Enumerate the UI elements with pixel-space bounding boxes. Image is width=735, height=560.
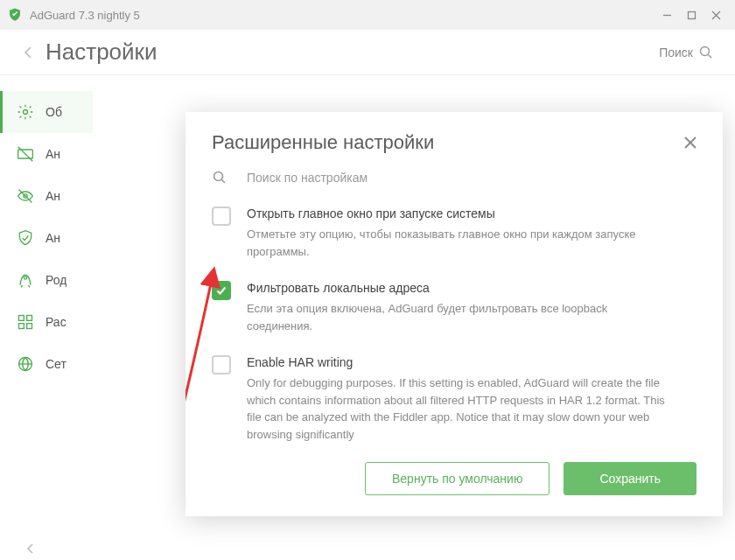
advanced-settings-modal: Расширенные настройки Открыть главное ок…	[186, 112, 723, 516]
page-header: Настройки Поиск	[0, 30, 735, 75]
app-icon	[7, 7, 23, 23]
setting-desc: Если эта опция включена, AdGuard будет ф…	[247, 300, 674, 334]
shield-check-icon	[16, 228, 35, 248]
sidebar-item-network[interactable]: Сет	[0, 343, 93, 385]
setting-filter-localhost: Фильтровать локальные адреса Если эта оп…	[212, 281, 674, 334]
save-button[interactable]: Сохранить	[564, 462, 696, 495]
search-icon[interactable]	[698, 45, 714, 60]
svg-rect-15	[27, 324, 32, 329]
svg-point-11	[24, 276, 26, 279]
modal-search-bar	[186, 163, 723, 200]
setting-title: Фильтровать локальные адреса	[247, 281, 674, 295]
sidebar-item-general[interactable]: Об	[0, 91, 93, 133]
checkbox-filter-localhost[interactable]	[212, 281, 231, 300]
svg-point-6	[24, 110, 28, 115]
sidebar-item-extensions[interactable]: Рас	[0, 301, 93, 343]
sidebar-item-label: Об	[46, 105, 62, 119]
setting-title: Открыть главное окно при запуске системы	[247, 206, 674, 220]
window-title: AdGuard 7.3 nightly 5	[30, 9, 654, 22]
sidebar-item-stealth[interactable]: Ан	[0, 175, 93, 217]
titlebar: AdGuard 7.3 nightly 5	[0, 0, 735, 30]
sidebar-item-security[interactable]: Ан	[0, 217, 93, 259]
eye-off-icon	[16, 186, 35, 206]
svg-rect-14	[19, 324, 24, 329]
search-label: Поиск	[659, 46, 693, 60]
svg-line-8	[18, 147, 33, 162]
svg-rect-1	[688, 11, 695, 18]
setting-open-on-startup: Открыть главное окно при запуске системы…	[212, 206, 674, 260]
svg-line-5	[709, 54, 712, 58]
content-area: Об Ан Ан Ан Род Рас Сет Расши	[0, 75, 735, 537]
chevron-left-icon[interactable]	[24, 542, 37, 555]
globe-icon	[16, 354, 35, 374]
modal-close-button[interactable]	[684, 136, 696, 149]
setting-title: Enable HAR writing	[247, 355, 674, 369]
minimize-button[interactable]	[654, 3, 679, 27]
svg-line-21	[222, 180, 226, 184]
maximize-button[interactable]	[679, 3, 704, 27]
rocket-icon	[16, 270, 35, 290]
sidebar-item-label: Ан	[46, 231, 60, 245]
gear-icon	[16, 102, 35, 122]
modal-footer: Вернуть по умолчанию Сохранить	[186, 450, 723, 516]
footer	[0, 537, 735, 560]
sidebar-item-adblocker[interactable]: Ан	[0, 133, 93, 175]
svg-point-4	[701, 46, 710, 55]
main-panel: Расширенные настройки Открыть главное ок…	[93, 75, 735, 537]
svg-rect-13	[27, 316, 32, 321]
search-icon	[212, 170, 228, 186]
settings-search-input[interactable]	[247, 171, 696, 185]
checkbox-har-writing[interactable]	[212, 355, 231, 374]
close-window-button[interactable]	[704, 3, 728, 27]
grid-icon	[16, 312, 35, 332]
sidebar-item-label: Ан	[46, 189, 60, 203]
setting-desc: Отметьте эту опцию, чтобы показывать гла…	[247, 226, 674, 260]
svg-rect-12	[19, 316, 24, 321]
sidebar-item-parental[interactable]: Род	[0, 259, 93, 301]
sidebar-item-label: Ан	[46, 147, 60, 161]
back-button[interactable]	[21, 46, 35, 60]
sidebar-item-label: Род	[46, 273, 66, 287]
reset-defaults-button[interactable]: Вернуть по умолчанию	[365, 462, 550, 495]
sidebar-item-label: Сет	[46, 357, 66, 371]
sidebar: Об Ан Ан Ан Род Рас Сет	[0, 75, 93, 537]
modal-body: Открыть главное окно при запуске системы…	[186, 200, 723, 450]
page-title: Настройки	[46, 38, 659, 66]
sidebar-item-label: Рас	[46, 315, 66, 329]
setting-desc: Only for debugging purposes. If this set…	[247, 374, 674, 443]
checkbox-open-on-startup[interactable]	[212, 206, 231, 226]
setting-har-writing: Enable HAR writing Only for debugging pu…	[212, 355, 674, 443]
modal-header: Расширенные настройки	[186, 112, 723, 163]
svg-point-20	[214, 172, 223, 181]
modal-title: Расширенные настройки	[212, 131, 684, 154]
adblock-icon	[16, 144, 35, 164]
